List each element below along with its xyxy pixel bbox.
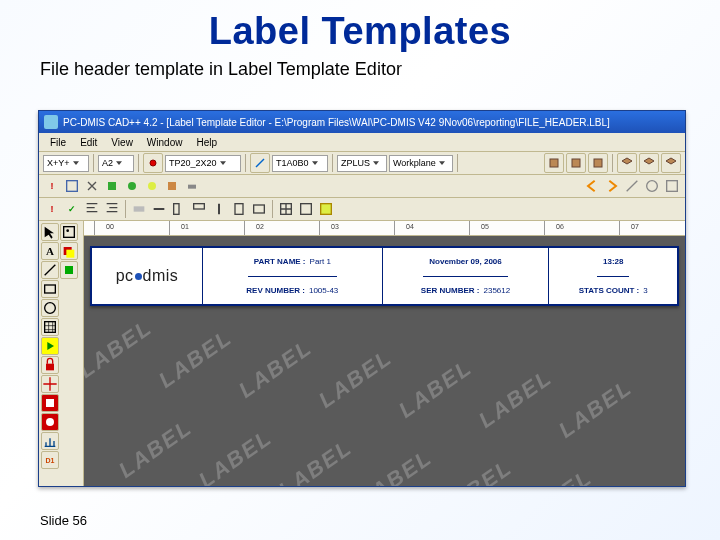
pointer-tool[interactable] bbox=[41, 223, 59, 241]
probe-field[interactable]: T1A0B0 bbox=[272, 155, 328, 172]
side-toolbox: A D1 bbox=[39, 221, 84, 486]
arrow-left-icon[interactable] bbox=[583, 177, 601, 195]
d1-tool[interactable]: D1 bbox=[41, 451, 59, 469]
svg-point-7 bbox=[148, 182, 156, 190]
watermark: LABEL bbox=[394, 354, 477, 423]
align-1-icon[interactable] bbox=[83, 200, 101, 218]
app-icon bbox=[44, 115, 58, 129]
refresh-icon[interactable] bbox=[643, 177, 661, 195]
label-template[interactable]: pcdmis PART NAME :Part 1 REV NUMBER :100… bbox=[90, 246, 679, 306]
svg-rect-19 bbox=[321, 204, 332, 215]
text-tool[interactable]: A bbox=[41, 242, 59, 260]
svg-point-21 bbox=[45, 303, 56, 314]
view-cube-1-icon[interactable] bbox=[544, 153, 564, 173]
slide-footer: Slide 56 bbox=[40, 513, 87, 528]
grid-3-icon[interactable] bbox=[317, 200, 335, 218]
play-tool[interactable] bbox=[41, 337, 59, 355]
menu-view[interactable]: View bbox=[104, 137, 140, 148]
line-tool[interactable] bbox=[41, 261, 59, 279]
dim-2-icon[interactable] bbox=[150, 200, 168, 218]
watermark: LABEL bbox=[234, 334, 317, 403]
watermark: LABEL bbox=[154, 324, 237, 393]
view-iso-1-icon[interactable] bbox=[617, 153, 637, 173]
dim-4-icon[interactable] bbox=[190, 200, 208, 218]
brush-icon[interactable] bbox=[623, 177, 641, 195]
zoom-icon[interactable] bbox=[663, 177, 681, 195]
menu-window[interactable]: Window bbox=[140, 137, 190, 148]
dim-7-icon[interactable] bbox=[250, 200, 268, 218]
watermark: LABEL bbox=[114, 414, 197, 483]
tool-c-icon[interactable] bbox=[143, 177, 161, 195]
error-2-icon[interactable]: ! bbox=[43, 200, 61, 218]
export-icon[interactable] bbox=[63, 177, 81, 195]
tool-a-icon[interactable] bbox=[103, 177, 121, 195]
plane-field[interactable]: ZPLUS bbox=[337, 155, 387, 172]
rev-row: REV NUMBER :1005-43 bbox=[240, 277, 344, 305]
svg-rect-22 bbox=[45, 322, 56, 333]
toggle-tool[interactable] bbox=[41, 394, 59, 412]
svg-point-6 bbox=[128, 182, 136, 190]
watermark: LABEL bbox=[274, 434, 357, 486]
tip-field[interactable]: TP20_2X20 bbox=[165, 155, 241, 172]
watermark: LABEL bbox=[194, 424, 277, 486]
dim-3-icon[interactable] bbox=[170, 200, 188, 218]
svg-rect-24 bbox=[46, 399, 54, 407]
probe-icon[interactable] bbox=[143, 153, 163, 173]
grid-1-icon[interactable] bbox=[277, 200, 295, 218]
svg-rect-15 bbox=[235, 204, 243, 215]
svg-rect-3 bbox=[594, 159, 602, 167]
menu-edit[interactable]: Edit bbox=[73, 137, 104, 148]
dim-5-icon[interactable] bbox=[210, 200, 228, 218]
logo-cell: pcdmis bbox=[92, 248, 203, 304]
rect-tool[interactable] bbox=[41, 280, 59, 298]
grid-2-icon[interactable] bbox=[297, 200, 315, 218]
ser-row: SER NUMBER :235612 bbox=[415, 277, 516, 305]
cut-icon[interactable] bbox=[83, 177, 101, 195]
layers-tool[interactable] bbox=[60, 242, 78, 260]
align-2-icon[interactable] bbox=[103, 200, 121, 218]
chevron-down-icon bbox=[219, 159, 227, 167]
view-cube-3-icon[interactable] bbox=[588, 153, 608, 173]
part-name-row: PART NAME :Part 1 bbox=[248, 248, 337, 277]
watermark: LABEL bbox=[474, 364, 557, 433]
dim-1-icon[interactable] bbox=[130, 200, 148, 218]
fill-tool[interactable] bbox=[60, 261, 78, 279]
move-tool[interactable] bbox=[41, 375, 59, 393]
tool-b-icon[interactable] bbox=[123, 177, 141, 195]
startup-field[interactable]: X+Y+ bbox=[43, 155, 89, 172]
ok-icon[interactable]: ✓ bbox=[63, 200, 81, 218]
table-tool[interactable] bbox=[41, 318, 59, 336]
angle-icon[interactable] bbox=[250, 153, 270, 173]
arrow-right-icon[interactable] bbox=[603, 177, 621, 195]
error-icon[interactable]: ! bbox=[43, 177, 61, 195]
svg-rect-29 bbox=[66, 250, 74, 258]
chart-tool[interactable] bbox=[41, 432, 59, 450]
chevron-down-icon bbox=[372, 159, 380, 167]
canvas-area[interactable]: pcdmis PART NAME :Part 1 REV NUMBER :100… bbox=[84, 236, 685, 486]
app-window: PC-DMIS CAD++ 4.2 - [Label Template Edit… bbox=[38, 110, 686, 487]
view-cube-2-icon[interactable] bbox=[566, 153, 586, 173]
window-title: PC-DMIS CAD++ 4.2 - [Label Template Edit… bbox=[63, 117, 610, 128]
size-field[interactable]: A2 bbox=[98, 155, 134, 172]
tool-e-icon[interactable] bbox=[183, 177, 201, 195]
svg-point-27 bbox=[66, 229, 69, 232]
watermark: LABEL bbox=[84, 314, 157, 383]
tool-d-icon[interactable] bbox=[163, 177, 181, 195]
watermark: LABEL bbox=[514, 464, 597, 486]
dim-6-icon[interactable] bbox=[230, 200, 248, 218]
form-tool[interactable] bbox=[60, 223, 78, 241]
record-tool[interactable] bbox=[41, 413, 59, 431]
time-cell: 13:28 bbox=[597, 248, 629, 277]
view-iso-3-icon[interactable] bbox=[661, 153, 681, 173]
view-iso-2-icon[interactable] bbox=[639, 153, 659, 173]
menu-help[interactable]: Help bbox=[189, 137, 224, 148]
chevron-down-icon bbox=[438, 159, 446, 167]
menu-file[interactable]: File bbox=[43, 137, 73, 148]
lock-tool[interactable] bbox=[41, 356, 59, 374]
toolbar-3: ! ✓ bbox=[39, 198, 685, 221]
circle-tool[interactable] bbox=[41, 299, 59, 317]
svg-point-10 bbox=[647, 181, 658, 192]
menu-bar: File Edit View Window Help bbox=[39, 133, 685, 152]
watermark: LABEL bbox=[314, 344, 397, 413]
workplane-field[interactable]: Workplane bbox=[389, 155, 453, 172]
